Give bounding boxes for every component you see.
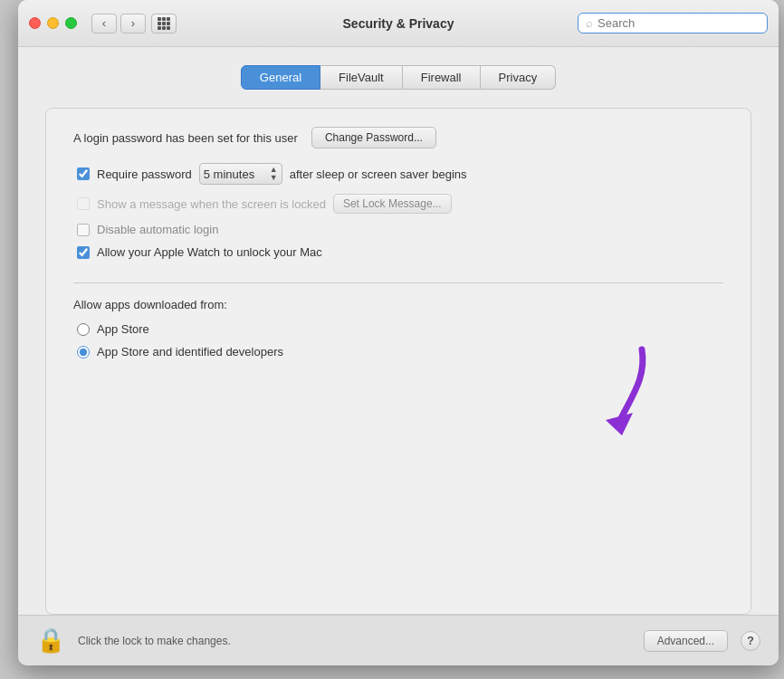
chevron-right-icon: › [131,16,135,30]
tab-filevault[interactable]: FileVault [320,65,403,90]
allow-apps-title: Allow apps downloaded from: [73,298,723,311]
show-message-checkbox[interactable] [77,197,90,210]
section-separator [73,282,723,283]
main-window: ‹ › Security & Privacy ⌕ General FileVau… [18,0,779,665]
bottom-bar: 🔒 Click the lock to make changes. Advanc… [18,615,779,665]
spinner-arrows: ▲ ▼ [270,166,278,182]
annotation-area [73,368,723,596]
show-message-row: Show a message when the screen is locked… [73,194,723,214]
apple-watch-checkbox[interactable] [77,246,90,259]
disable-auto-login-label: Disable automatic login [97,223,218,236]
titlebar: ‹ › Security & Privacy ⌕ [18,0,779,47]
after-sleep-label: after sleep or screen saver begins [290,167,467,181]
app-store-identified-radio[interactable] [77,346,90,359]
apple-watch-label: Allow your Apple Watch to unlock your Ma… [97,245,322,259]
tab-bar: General FileVault Firewall Privacy [45,65,751,90]
disable-auto-login-checkbox[interactable] [77,224,90,236]
login-password-text: A login password has been set for this u… [73,131,298,145]
tab-firewall[interactable]: Firewall [403,65,481,90]
grid-icon [158,17,170,30]
apple-watch-row: Allow your Apple Watch to unlock your Ma… [73,245,723,259]
tab-privacy[interactable]: Privacy [481,65,557,90]
disable-auto-login-row: Disable automatic login [73,223,723,236]
require-password-label: Require password [97,167,192,181]
window-title: Security & Privacy [343,16,454,31]
require-password-checkbox[interactable] [77,167,90,180]
app-store-radio-row: App Store [73,322,723,336]
forward-button[interactable]: › [120,14,146,33]
app-store-identified-label: App Store and identified developers [97,345,283,359]
change-password-button[interactable]: Change Password... [311,127,436,148]
search-input[interactable] [598,16,760,30]
tab-general[interactable]: General [241,65,320,90]
show-message-label: Show a message when the screen is locked [97,197,326,211]
maximize-button[interactable] [65,17,77,29]
app-store-radio[interactable] [77,323,90,336]
lock-icon[interactable]: 🔒 [36,626,65,655]
lock-text: Click the lock to make changes. [78,635,631,647]
app-store-label: App Store [97,322,149,336]
require-password-row: Require password 5 minutes immediately 5… [73,163,723,185]
login-password-row: A login password has been set for this u… [73,127,723,148]
timer-select[interactable]: 5 minutes immediately 5 seconds 1 minute… [199,163,282,185]
nav-buttons: ‹ › [91,14,146,33]
search-box[interactable]: ⌕ [578,13,768,33]
general-panel: A login password has been set for this u… [45,108,751,615]
purple-arrow-annotation [588,340,669,440]
timer-dropdown[interactable]: 5 minutes immediately 5 seconds 1 minute… [204,167,267,181]
content-area: General FileVault Firewall Privacy A log… [18,47,779,615]
chevron-left-icon: ‹ [102,16,106,30]
help-button[interactable]: ? [741,631,760,651]
traffic-lights [29,17,77,29]
search-icon: ⌕ [586,16,593,30]
minimize-button[interactable] [47,17,59,29]
grid-view-button[interactable] [151,14,177,33]
advanced-button[interactable]: Advanced... [644,630,728,652]
back-button[interactable]: ‹ [91,14,117,33]
close-button[interactable] [29,17,41,29]
set-lock-message-button[interactable]: Set Lock Message... [333,194,452,214]
